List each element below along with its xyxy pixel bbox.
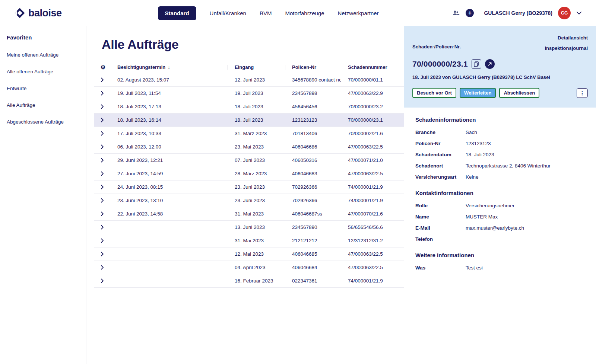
table-row[interactable]: 12. Mai 2023 406046685 47/000063/22.5 (94, 248, 404, 261)
cell-schadennummer: 47/000063/22.5 (341, 144, 404, 150)
link-inspektionsjournal[interactable]: Inspektionsjournal (545, 45, 588, 51)
tab-netzwerkpartner[interactable]: Netzwerkpartner (338, 10, 379, 16)
info-section: Weitere Informationen Was Test esi (415, 252, 585, 273)
tab-unfall-kranken[interactable]: Unfall/Kranken (210, 10, 246, 16)
chevron-right-icon[interactable] (94, 118, 110, 122)
sidebar-item-entwuerfe[interactable]: Entwürfe (7, 80, 79, 97)
section-title: Schadeninformationen (415, 116, 585, 123)
field-label: Policen-Nr (415, 141, 466, 146)
table-row[interactable]: 23. Juni 2023, 13:10 23. Juni 2023 70292… (94, 194, 404, 207)
cell-eingang: 12. Juni 2023 (228, 77, 285, 83)
cell-eingang: 18. Juli 2023 (228, 104, 285, 109)
table-row[interactable]: 31. Mai 2023 212121212 12/312312/31.2 (94, 234, 404, 248)
sidebar-item-alle-offenen-auftraege[interactable]: Alle offenen Aufträge (7, 63, 79, 80)
table-row[interactable]: 27. Juni 2023, 14:59 28. März 2023 40604… (94, 167, 404, 181)
chevron-right-icon[interactable] (94, 225, 110, 230)
cell-eingang: 16. Februar 2023 (228, 278, 285, 284)
detail-panel: Schaden-/Policen-Nr. Detailansicht Inspe… (404, 26, 596, 364)
weiterleiten-button[interactable]: Weiterleiten (460, 88, 496, 98)
table-row[interactable]: 24. Juni 2023, 08:15 23. Juni 2023 70292… (94, 181, 404, 194)
top-bar: baloise Standard Unfall/Kranken BVM Moto… (0, 0, 596, 26)
cell-eingang: 18. Juli 2023 (228, 117, 285, 123)
tab-bvm[interactable]: BVM (260, 10, 272, 16)
cell-eingang: 07. Juni 2023 (228, 157, 285, 163)
table-row[interactable]: 18. Juli 2023, 16:14 18. Juli 2023 12312… (94, 114, 404, 127)
tab-motorfahrzeuge[interactable]: Motorfahrzeuge (285, 10, 324, 16)
claim-number: 70/000000/23.1 (412, 60, 468, 68)
table-row[interactable]: 19. Juli 2023, 11:54 19. Juli 2023 23456… (94, 87, 404, 100)
sidebar: Favoriten Meine offenen Aufträge Alle of… (0, 26, 86, 364)
chevron-right-icon[interactable] (94, 158, 110, 163)
chevron-right-icon[interactable] (94, 185, 110, 189)
cell-policen-nr: 406046684 (285, 265, 341, 270)
table-header: ⚙ Besichtigungstermin↓ Eingang Policen-N… (94, 61, 404, 73)
column-policen-nr[interactable]: Policen-Nr (285, 64, 341, 70)
chevron-right-icon[interactable] (94, 198, 110, 203)
table-row[interactable]: 06. Juli 2023, 12:00 23. Mai 2023 406046… (94, 140, 404, 154)
gear-icon[interactable]: ⚙ (101, 64, 105, 71)
cell-eingang: 19. Juli 2023 (228, 90, 285, 96)
chevron-right-icon[interactable] (94, 238, 110, 243)
field-value: Sach (466, 130, 585, 135)
logo-text: baloise (28, 7, 62, 19)
baloise-logo[interactable]: baloise (14, 7, 62, 19)
more-options-button[interactable]: ⋮ (577, 88, 588, 98)
cell-eingang: 28. März 2023 (228, 171, 285, 176)
avatar[interactable]: GG (558, 7, 571, 19)
forward-button[interactable] (485, 59, 495, 69)
field-label: Branche (415, 130, 466, 135)
cell-policen-nr: 212121212 (285, 238, 341, 243)
chevron-right-icon[interactable] (94, 252, 110, 256)
sidebar-item-abgeschlossene-auftraege[interactable]: Abgeschlossene Aufträge (7, 114, 79, 130)
chevron-right-icon[interactable] (94, 131, 110, 136)
column-schadennummer[interactable]: Schadennummer (341, 64, 404, 70)
chevron-right-icon[interactable] (94, 104, 110, 109)
field-label: Name (415, 214, 466, 220)
chevron-right-icon[interactable] (94, 171, 110, 176)
cell-eingang: 23. Juni 2023 (228, 184, 285, 190)
field-value: Test esi (466, 265, 585, 271)
table-row[interactable]: 04. April 2023 406046684 47/000063/22.5 (94, 261, 404, 274)
claim-number-label: Schaden-/Policen-Nr. (412, 44, 461, 51)
chevron-right-icon[interactable] (94, 278, 110, 283)
field-value: 18. Juli 2023 (466, 152, 585, 157)
column-eingang[interactable]: Eingang (228, 64, 285, 70)
field-row: Branche Sach (415, 127, 585, 138)
sidebar-item-alle-auftraege[interactable]: Alle Aufträge (7, 97, 79, 114)
users-icon[interactable] (452, 9, 460, 17)
table-row[interactable]: 18. Juli 2023, 17:13 18. Juli 2023 45645… (94, 100, 404, 114)
cell-policen-nr: 456456456 (285, 104, 341, 109)
cell-schadennummer: 70/000000/23.1 (341, 117, 404, 123)
chevron-right-icon[interactable] (94, 265, 110, 270)
chevron-right-icon[interactable] (94, 211, 110, 216)
table-row[interactable]: 02. August 2023, 15:07 12. Juni 2023 345… (94, 73, 404, 87)
add-icon[interactable]: + (466, 9, 474, 17)
cell-schadennummer: 74/000001/21.9 (341, 278, 404, 284)
section-fields: Was Test esi (415, 262, 585, 273)
abschliessen-button[interactable]: Abschliessen (499, 88, 539, 98)
tab-standard[interactable]: Standard (158, 6, 196, 20)
cell-besichtigungstermin: 29. Juni 2023, 12:21 (110, 157, 228, 163)
cell-policen-nr: 123123123 (285, 117, 341, 123)
chevron-right-icon[interactable] (94, 77, 110, 82)
user-name[interactable]: GULASCH Gerry (BO29378) (484, 10, 552, 16)
chevron-right-icon[interactable] (94, 144, 110, 149)
chevron-down-icon[interactable] (576, 11, 582, 15)
table-row[interactable]: 13. Juni 2023 234567890 56/656546/56.6 (94, 221, 404, 234)
cell-policen-nr: 345678890 contact no (285, 77, 341, 83)
field-row: Rolle Versicherungsnehmer (415, 200, 585, 211)
column-besichtigungstermin[interactable]: Besichtigungstermin↓ (110, 64, 228, 70)
copy-button[interactable] (472, 59, 481, 69)
table-row[interactable]: 16. Februar 2023 022347361 74/000001/21.… (94, 274, 404, 288)
besuch-vor-ort-button[interactable]: Besuch vor Ort (412, 88, 456, 98)
table-row[interactable]: 22. Juni 2023, 14:58 31. Mai 2023 406046… (94, 207, 404, 221)
table-row[interactable]: 17. Juli 2023, 10:33 31. März 2023 70181… (94, 127, 404, 140)
sidebar-item-meine-offenen-auftraege[interactable]: Meine offenen Aufträge (7, 47, 79, 63)
field-row: Policen-Nr 123123123 (415, 138, 585, 149)
link-detailansicht[interactable]: Detailansicht (558, 35, 588, 41)
cell-policen-nr: 234567890 (285, 224, 341, 230)
info-section: Kontaktinformationen Rolle Versicherungs… (415, 190, 585, 245)
cell-schadennummer: 47/000071/21.0 (341, 157, 404, 163)
table-row[interactable]: 29. Juni 2023, 12:21 07. Juni 2023 40605… (94, 154, 404, 167)
chevron-right-icon[interactable] (94, 91, 110, 96)
